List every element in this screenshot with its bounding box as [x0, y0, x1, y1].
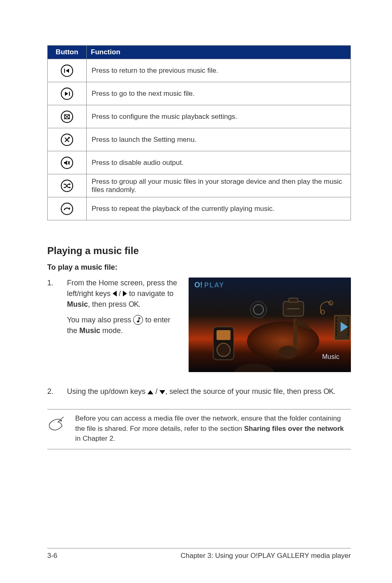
shuffle-icon [61, 180, 73, 192]
table-cell-function: Press to repeat the playback of the curr… [87, 197, 351, 220]
svg-point-17 [137, 321, 139, 322]
table-header-function: Function [87, 46, 351, 59]
button-function-table: Button Function Press to return to the p… [47, 45, 351, 220]
svg-rect-34 [348, 320, 349, 322]
svg-rect-3 [69, 92, 70, 96]
table-cell-function: Press to launch the Setting menu. [87, 128, 351, 151]
down-arrow-icon [159, 390, 165, 394]
svg-rect-27 [336, 317, 337, 319]
step-1: 1. From the Home screen, press the left/… [47, 278, 180, 336]
screenshot-label: Music [322, 353, 339, 360]
svg-point-42 [217, 343, 230, 356]
page-footer: 3-6 Chapter 3: Using your O!PLAY GALLERY… [47, 548, 351, 560]
step-number: 1. [47, 278, 57, 336]
step-1-paragraph-2: You may also press to enter the Music mo… [67, 315, 180, 336]
table-row: Press to group all your music files in y… [48, 174, 351, 197]
table-row: Press to disable audio output. [48, 151, 351, 174]
mute-icon [61, 157, 73, 169]
table-cell-function: Press to disable audio output. [87, 151, 351, 174]
music-note-icon [133, 315, 143, 325]
step-2-paragraph: Using the up/down keys / , select the so… [67, 386, 351, 397]
settings-box-icon [61, 111, 73, 123]
svg-point-19 [250, 301, 267, 318]
table-cell-function: Press to go to the next music file. [87, 82, 351, 105]
svg-rect-36 [348, 327, 349, 329]
note-text: Before you can access a media file over … [75, 414, 351, 444]
svg-rect-37 [348, 330, 349, 332]
repeat-icon [61, 203, 73, 215]
svg-marker-14 [69, 186, 71, 188]
svg-rect-30 [336, 327, 337, 329]
table-cell-function: Press to group all your music files in y… [87, 174, 351, 197]
ok-text: OK [129, 300, 138, 308]
brand-text-2: PLAY [204, 282, 224, 289]
svg-rect-41 [217, 330, 231, 340]
svg-marker-15 [64, 209, 65, 211]
table-cell-function: Press to configure the music playback se… [87, 105, 351, 128]
table-row: Press to go to the next music file. [48, 82, 351, 105]
svg-rect-0 [64, 69, 65, 73]
brand-text: O! [194, 281, 203, 289]
svg-rect-38 [348, 333, 349, 335]
table-row: Press to repeat the playback of the curr… [48, 197, 351, 220]
svg-marker-13 [69, 183, 71, 185]
svg-rect-31 [336, 330, 337, 332]
svg-marker-16 [69, 207, 70, 209]
prev-track-icon [61, 65, 73, 77]
note-hand-icon [47, 414, 66, 444]
tools-icon [61, 134, 73, 146]
next-track-icon [61, 88, 73, 100]
svg-rect-22 [289, 298, 298, 302]
chapter-title: Chapter 3: Using your O!PLAY GALLERY med… [180, 552, 351, 560]
section-title: Playing a music file [47, 245, 351, 257]
svg-marker-2 [65, 92, 68, 96]
svg-marker-10 [64, 160, 67, 165]
ok-text: OK [323, 387, 333, 396]
table-row: Press to launch the Setting menu. [48, 128, 351, 151]
svg-point-9 [68, 137, 70, 139]
svg-point-44 [278, 346, 298, 359]
svg-rect-32 [336, 333, 337, 335]
svg-rect-29 [336, 324, 337, 326]
left-arrow-icon [113, 291, 117, 296]
svg-rect-33 [348, 317, 349, 319]
up-arrow-icon [148, 390, 153, 394]
table-header-button: Button [48, 46, 87, 59]
page-number: 3-6 [47, 552, 58, 560]
subheading: To play a music file: [47, 263, 351, 272]
table-cell-function: Press to return to the previous music fi… [87, 59, 351, 82]
right-arrow-icon [123, 291, 127, 296]
step-2: 2. Using the up/down keys / , select the… [47, 386, 351, 397]
home-screen-screenshot: O! PLAY [189, 278, 351, 372]
svg-rect-28 [336, 320, 337, 322]
table-row: Press to configure the music playback se… [48, 105, 351, 128]
note-box: Before you can access a media file over … [47, 409, 351, 449]
svg-rect-35 [348, 324, 349, 326]
table-row: Press to return to the previous music fi… [48, 59, 351, 82]
svg-marker-1 [66, 69, 69, 73]
step-number: 2. [47, 386, 57, 397]
step-1-paragraph-1: From the Home screen, press the left/rig… [67, 278, 180, 310]
